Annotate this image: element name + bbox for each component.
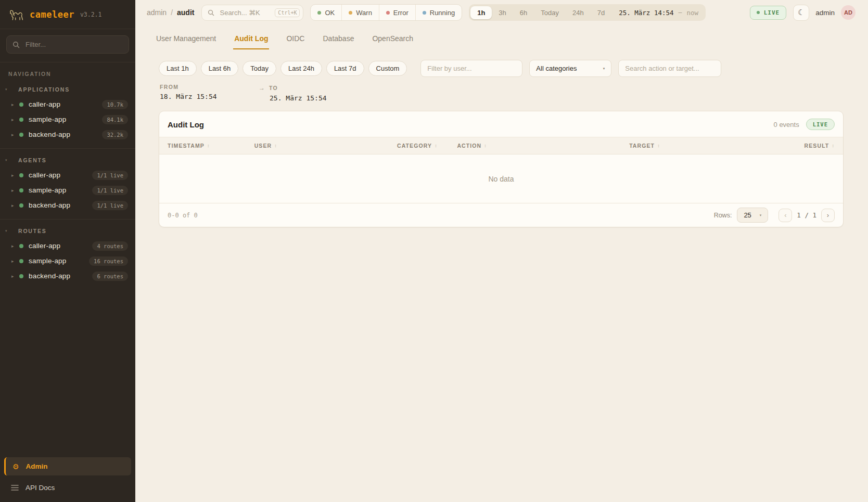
sidebar-item-route-sample[interactable]: ▸ sample-app 16 routes xyxy=(0,253,135,268)
search-icon xyxy=(208,9,214,16)
global-search-input[interactable] xyxy=(219,8,271,17)
routes-count-badge: 6 routes xyxy=(92,272,128,281)
caret-down-icon: ▾ xyxy=(5,87,10,92)
breadcrumb-admin[interactable]: admin xyxy=(147,8,167,17)
global-search[interactable]: Ctrl+K xyxy=(201,5,303,21)
live-status-badge: LIVE xyxy=(806,119,835,130)
time-range-1h[interactable]: 1h xyxy=(470,6,492,19)
category-select[interactable]: All categories ▾ xyxy=(529,60,611,77)
current-datetime[interactable]: 25. März 14:54 xyxy=(619,9,673,17)
time-range-today[interactable]: Today xyxy=(534,6,566,19)
ok-dot xyxy=(317,11,321,15)
status-dot xyxy=(19,244,23,248)
chip-custom[interactable]: Custom xyxy=(368,61,407,76)
to-label: TO xyxy=(269,85,278,91)
sidebar-spacer xyxy=(0,290,135,454)
range-separator: – xyxy=(679,9,682,16)
status-filter-group: OK Warn Error Running xyxy=(310,4,462,21)
tab-database[interactable]: Database xyxy=(322,34,355,49)
time-range-7d[interactable]: 7d xyxy=(591,6,611,19)
tab-audit-log[interactable]: Audit Log xyxy=(233,34,269,49)
chevron-right-icon: › xyxy=(827,211,829,219)
tab-user-management[interactable]: User Management xyxy=(155,34,217,49)
sidebar-item-route-caller[interactable]: ▸ caller-app 4 routes xyxy=(0,238,135,253)
audit-filter-row: Last 1h Last 6h Today Last 24h Last 7d C… xyxy=(135,49,868,77)
status-dot xyxy=(19,173,23,177)
from-value[interactable]: 18. März 15:54 xyxy=(160,93,259,100)
sidebar-item-app-backend[interactable]: ▸ backend-app 32.2k xyxy=(0,127,135,142)
status-filter-error[interactable]: Error xyxy=(379,5,415,20)
filter-by-user-input[interactable] xyxy=(420,60,522,77)
tab-opensearch[interactable]: OpenSearch xyxy=(371,34,414,49)
username: admin xyxy=(815,9,835,17)
status-filter-warn[interactable]: Warn xyxy=(341,5,379,20)
tab-oidc[interactable]: OIDC xyxy=(285,34,305,49)
action-target-search-input[interactable] xyxy=(618,60,721,77)
sidebar-filter-section xyxy=(0,29,135,62)
chevron-down-icon: ▾ xyxy=(760,213,762,217)
sidebar-item-agent-backend[interactable]: ▸ backend-app 1/1 live xyxy=(0,198,135,213)
column-header-action[interactable]: ACTION ↕ xyxy=(457,143,629,149)
sidebar-item-admin[interactable]: ⚙ Admin xyxy=(4,457,131,475)
live-toggle[interactable]: LIVE xyxy=(750,6,787,20)
section-header-agents[interactable]: ▾ AGENTS xyxy=(0,154,135,168)
chip-last-24h[interactable]: Last 24h xyxy=(280,61,322,76)
caret-right-icon: ▸ xyxy=(11,259,19,264)
camel-logo-icon xyxy=(8,8,24,21)
to-value[interactable]: 25. März 15:54 xyxy=(270,94,327,102)
live-count-badge: 1/1 live xyxy=(92,186,128,195)
time-range-24h[interactable]: 24h xyxy=(566,6,591,19)
sidebar-item-api-docs[interactable]: API Docs xyxy=(0,478,135,502)
column-header-category[interactable]: CATEGORY ↕ xyxy=(397,143,457,149)
column-header-user[interactable]: USER ↕ xyxy=(254,143,397,149)
caret-right-icon: ▸ xyxy=(11,203,19,208)
sidebar-item-agent-sample[interactable]: ▸ sample-app 1/1 live xyxy=(0,183,135,198)
breadcrumb: admin / audit xyxy=(147,8,194,17)
status-dot xyxy=(19,188,23,192)
caret-right-icon: ▸ xyxy=(11,274,19,279)
live-count-badge: 1/1 live xyxy=(92,171,128,180)
column-header-result[interactable]: RESULT ↕ xyxy=(800,143,835,149)
table-footer: 0-0 of 0 Rows: 25 ▾ ‹ 1 / 1 › xyxy=(159,203,843,227)
status-filter-ok[interactable]: OK xyxy=(311,5,341,20)
status-dot xyxy=(19,259,23,263)
to-block: → TO 25. März 15:54 xyxy=(259,84,327,102)
avatar[interactable]: AD xyxy=(841,5,856,20)
caret-down-icon: ▾ xyxy=(5,158,10,162)
theme-toggle[interactable]: ☾ xyxy=(793,5,809,21)
status-filter-running[interactable]: Running xyxy=(415,5,462,20)
section-header-routes[interactable]: ▾ ROUTES xyxy=(0,225,135,238)
rows-per-page-select[interactable]: 25 ▾ xyxy=(737,208,768,223)
prev-page-button[interactable]: ‹ xyxy=(778,209,792,222)
live-count-badge: 1/1 live xyxy=(92,201,128,210)
chip-last-1h[interactable]: Last 1h xyxy=(159,61,197,76)
app-logo[interactable]: cameleer v3.2.1 xyxy=(0,0,135,29)
routes-count-badge: 4 routes xyxy=(92,241,128,251)
time-range-3h[interactable]: 3h xyxy=(492,6,513,19)
next-page-button[interactable]: › xyxy=(821,209,835,222)
sidebar-item-app-sample[interactable]: ▸ sample-app 84.1k xyxy=(0,112,135,127)
caret-right-icon: ▸ xyxy=(11,117,19,122)
sidebar-item-app-caller[interactable]: ▸ caller-app 10.7k xyxy=(0,97,135,112)
sort-icon: ↕ xyxy=(207,143,210,148)
from-block: FROM 18. März 15:54 xyxy=(160,84,259,100)
chip-last-6h[interactable]: Last 6h xyxy=(201,61,239,76)
sidebar-item-agent-caller[interactable]: ▸ caller-app 1/1 live xyxy=(0,168,135,183)
caret-right-icon: ▸ xyxy=(11,132,19,137)
chip-last-7d[interactable]: Last 7d xyxy=(326,61,364,76)
shortcut-hint: Ctrl+K xyxy=(275,8,300,17)
list-icon xyxy=(11,484,19,491)
arrow-right-icon: → xyxy=(259,84,265,92)
sidebar-filter-input[interactable] xyxy=(24,40,123,49)
time-range-6h[interactable]: 6h xyxy=(513,6,534,19)
chevron-down-icon: ▾ xyxy=(603,67,605,71)
sidebar-filter-box[interactable] xyxy=(6,35,129,54)
sidebar-item-route-backend[interactable]: ▸ backend-app 6 routes xyxy=(0,268,135,284)
column-header-target[interactable]: TARGET ↕ xyxy=(629,143,800,149)
column-header-timestamp[interactable]: TIMESTAMP ↕ xyxy=(168,143,254,149)
breadcrumb-audit: audit xyxy=(177,8,194,17)
section-routes: ▾ ROUTES ▸ caller-app 4 routes ▸ sample-… xyxy=(0,220,135,290)
section-header-applications[interactable]: ▾ APPLICATIONS xyxy=(0,83,135,97)
chip-today[interactable]: Today xyxy=(242,61,276,76)
count-badge: 32.2k xyxy=(102,130,128,139)
